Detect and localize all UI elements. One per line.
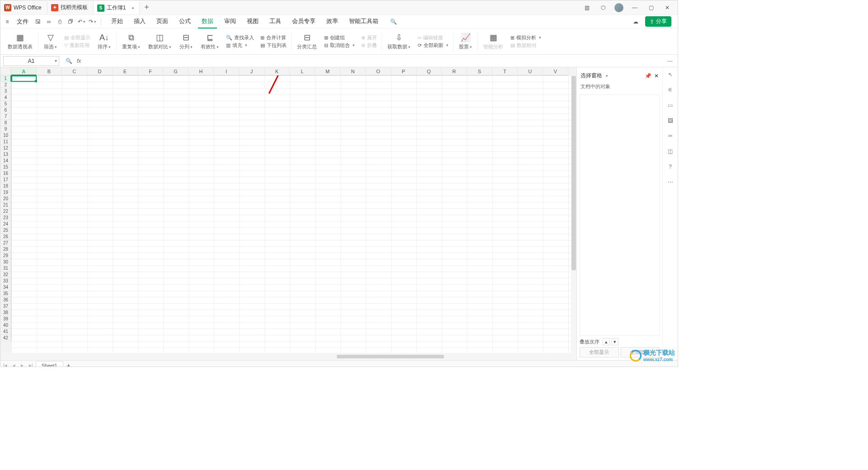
row-header[interactable]: 37 [0,303,11,310]
row-header[interactable]: 13 [0,151,11,158]
ungroup-button[interactable]: ⊟取消组合▾ [324,42,355,49]
col-header[interactable]: B [37,67,62,75]
cell-grid[interactable] [11,75,571,353]
select-all-corner[interactable] [0,67,11,75]
refresh-button[interactable]: ⟳全部刷新▾ [418,42,448,49]
row-header[interactable]: 17 [0,177,11,183]
new-tab-button[interactable]: + [140,3,153,12]
row-header[interactable]: 3 [0,88,11,94]
col-header[interactable]: J [239,67,264,75]
search-icon[interactable]: 🔍 [388,17,398,27]
col-header[interactable]: S [467,67,492,75]
row-header[interactable]: 18 [0,183,11,189]
row-header[interactable]: 14 [0,158,11,164]
redo-icon[interactable]: ↷▾ [87,17,97,27]
preview-icon[interactable]: 🗇 [66,17,75,27]
row-header[interactable]: 2 [0,82,11,88]
chevron-down-icon[interactable]: ▾ [55,58,57,63]
formula-input[interactable] [85,56,659,66]
expand-button[interactable]: ⊕展开 [361,34,377,41]
row-header[interactable]: 27 [0,240,11,246]
col-header[interactable]: C [62,67,87,75]
show-all-button[interactable]: ▤全部显示 [64,34,90,41]
add-sheet-button[interactable]: + [63,362,74,367]
editlink-button[interactable]: ∞编辑链接 [418,34,448,41]
horizontal-scrollbar[interactable] [337,354,575,359]
tab-review[interactable]: 审阅 [221,15,240,28]
col-header[interactable]: P [391,67,416,75]
panel-list[interactable] [580,94,660,336]
consol-button[interactable]: ⊞合并计算 [260,34,287,41]
col-header[interactable]: U [518,67,543,75]
tab-start[interactable]: 开始 [108,15,127,28]
row-header[interactable]: 5 [0,101,11,107]
row-header[interactable]: 15 [0,164,11,170]
row-header[interactable]: 8 [0,120,11,126]
col-header[interactable]: N [340,67,366,75]
close-icon[interactable]: • [132,5,134,12]
dropdown-button[interactable]: ▤下拉列表 [260,42,287,49]
row-header[interactable]: 40 [0,322,11,329]
col-header[interactable]: T [492,67,518,75]
col-header[interactable]: D [87,67,113,75]
row-header[interactable]: 35 [0,291,11,297]
collapse-panel-icon[interactable]: — [662,58,678,64]
valid-button[interactable]: ⊑有效性▾ [198,28,222,54]
pin-icon[interactable]: 📌 [645,73,651,79]
row-header[interactable]: 9 [0,126,11,132]
move-up-button[interactable]: ▴ [603,338,610,345]
print-icon[interactable]: ⎙ [55,17,65,27]
row-header[interactable]: 34 [0,284,11,291]
first-sheet-icon[interactable]: |◂ [0,362,10,367]
row-header[interactable]: 26 [0,234,11,240]
row-header[interactable]: 11 [0,139,11,145]
sim-button[interactable]: ⊞模拟分析▾ [510,34,541,41]
tools-icon[interactable]: ✂ [666,132,675,141]
group-button[interactable]: ⊞创建组 [324,34,355,41]
pivot-button[interactable]: ▦数据透视表 [5,28,35,54]
col-header[interactable]: O [366,67,391,75]
close-icon[interactable]: ✕ [654,73,659,79]
fill-button[interactable]: ▥填充▾ [226,42,254,49]
present-icon[interactable]: ▭ [666,101,675,110]
col-header[interactable]: I [214,67,239,75]
cube-icon[interactable]: ⬡ [598,3,608,13]
reapply-button[interactable]: ▽重新应用 [64,42,90,49]
name-box[interactable]: A1 ▾ [3,56,59,66]
close-window-icon[interactable]: ✕ [662,3,672,13]
show-all-button[interactable]: 全部显示 [580,347,619,357]
sort-button[interactable]: A↓排序▾ [95,28,113,54]
row-header[interactable]: 19 [0,189,11,196]
row-header[interactable]: 32 [0,272,11,278]
hamburger-icon[interactable]: ≡ [2,17,12,27]
col-header[interactable]: G [163,67,189,75]
minimize-icon[interactable]: — [630,3,640,13]
undo-icon[interactable]: ↶▾ [76,17,86,27]
tab-smart[interactable]: 智能工具箱 [345,15,382,28]
row-header[interactable]: 22 [0,208,11,215]
row-header[interactable]: 38 [0,310,11,316]
row-header[interactable]: 4 [0,94,11,101]
next-sheet-icon[interactable]: ▸ [18,362,26,367]
compare-button[interactable]: ◫数据对比▾ [146,28,174,54]
getdata-button[interactable]: ⇩获取数据▾ [385,28,413,54]
row-header[interactable]: 24 [0,221,11,227]
row-header[interactable]: 39 [0,316,11,322]
tab-tools[interactable]: 工具 [266,15,285,28]
tab-page[interactable]: 页面 [153,15,172,28]
vertical-scrollbar[interactable] [571,75,576,353]
row-header[interactable]: 1 [0,75,11,82]
row-header[interactable]: 41 [0,329,11,335]
validate-button[interactable]: ▤数据校对 [510,42,541,49]
row-header[interactable]: 7 [0,113,11,120]
file-menu[interactable]: 文件 [13,15,32,28]
row-header[interactable]: 33 [0,278,11,284]
tab-workbook[interactable]: S 工作簿1 • [94,1,140,14]
last-sheet-icon[interactable]: ▸| [26,362,36,367]
col-header[interactable]: L [290,67,315,75]
sheet-tab[interactable]: Sheet1 [36,361,63,367]
stock-button[interactable]: 📈股票▾ [456,28,475,54]
row-header[interactable]: 25 [0,227,11,234]
col-header[interactable]: M [315,67,340,75]
tab-member[interactable]: 会员专享 [288,15,319,28]
